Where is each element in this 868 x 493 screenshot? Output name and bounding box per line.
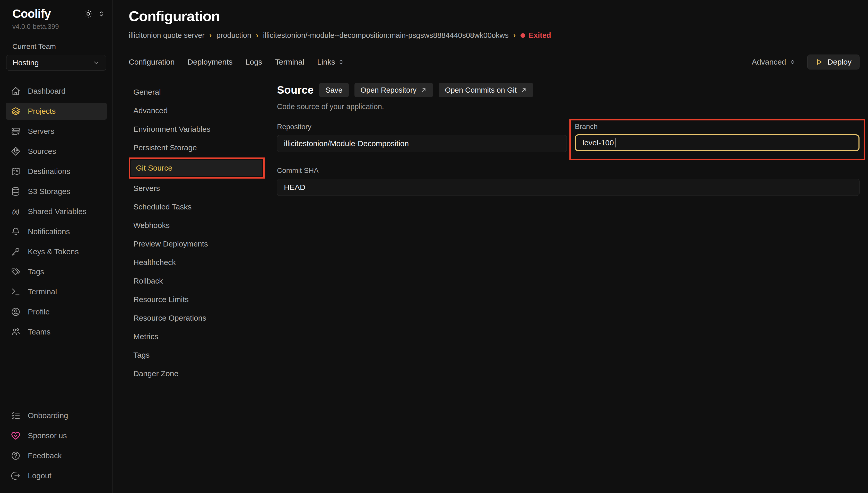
subnav-item-scheduled-tasks[interactable]: Scheduled Tasks (129, 198, 277, 216)
repository-input[interactable]: illicitestonion/Module-Decomposition (277, 135, 567, 152)
checklist-icon (11, 411, 21, 421)
tab-links[interactable]: Links (317, 58, 344, 66)
database-icon (11, 187, 21, 196)
external-link-icon (521, 87, 527, 93)
configuration-subnav: General Advanced Environment Variables P… (129, 83, 277, 383)
text-cursor (615, 138, 615, 147)
status-dot-icon (521, 33, 525, 38)
tabs: Configuration Deployments Logs Terminal … (129, 58, 344, 66)
subnav-item-tags[interactable]: Tags (129, 346, 277, 364)
sidebar-item-onboarding[interactable]: Onboarding (6, 407, 107, 424)
sidebar-item-s3-storages[interactable]: S3 Storages (6, 183, 107, 200)
tab-terminal[interactable]: Terminal (275, 58, 304, 66)
key-icon (11, 247, 21, 257)
breadcrumb-separator-icon: › (256, 31, 258, 40)
heart-icon (11, 431, 21, 441)
sidebar-item-logout[interactable]: Logout (6, 467, 107, 484)
open-commits-button[interactable]: Open Commits on Git (439, 83, 533, 97)
subnav-item-git-source[interactable]: Git Source (131, 160, 262, 176)
app-version: v4.0.0-beta.399 (12, 23, 107, 30)
open-repository-button[interactable]: Open Repository (355, 83, 433, 97)
commit-sha-label: Commit SHA (277, 167, 860, 175)
home-icon (11, 86, 21, 96)
breadcrumb-environment[interactable]: production (216, 31, 251, 40)
commit-sha-input[interactable]: HEAD (277, 179, 860, 196)
annotation-box-branch: Branch level-100 (569, 119, 865, 160)
sidebar-item-feedback[interactable]: Feedback (6, 447, 107, 464)
svg-text:(x): (x) (12, 209, 19, 215)
deploy-button[interactable]: Deploy (807, 55, 860, 69)
branch-label: Branch (575, 123, 860, 131)
breadcrumb-application[interactable]: illicitestonion/-module--decomposition:m… (263, 31, 509, 40)
sidebar-item-projects[interactable]: Projects (6, 103, 107, 120)
sidebar-item-notifications[interactable]: Notifications (6, 223, 107, 240)
sidebar-item-dashboard[interactable]: Dashboard (6, 83, 107, 100)
team-select-value: Hosting (13, 59, 39, 67)
sidebar-item-tags[interactable]: Tags (6, 263, 107, 280)
subnav-item-preview-deployments[interactable]: Preview Deployments (129, 235, 277, 253)
tags-icon (11, 267, 21, 277)
annotation-box-git-source: Git Source (129, 157, 264, 178)
sidebar-item-servers[interactable]: Servers (6, 123, 107, 140)
repository-field: Repository illicitestonion/Module-Decomp… (277, 123, 567, 160)
chevrons-up-down-icon (338, 59, 344, 65)
save-button[interactable]: Save (319, 83, 348, 97)
status-label: Exited (529, 31, 551, 40)
users-icon (11, 327, 21, 337)
section-description: Code source of your application. (277, 102, 860, 111)
external-link-icon (421, 87, 427, 93)
sidebar-item-profile[interactable]: Profile (6, 303, 107, 320)
logout-icon (11, 471, 21, 481)
theme-selector-chevrons-icon[interactable] (98, 10, 105, 18)
sidebar-footer-nav: Onboarding Sponsor us Feedback Logout (6, 407, 107, 484)
section-title: Source (277, 84, 314, 96)
breadcrumb-project[interactable]: illicitonion quote server (129, 31, 205, 40)
tabs-row: Configuration Deployments Logs Terminal … (129, 55, 860, 69)
team-select[interactable]: Hosting (6, 55, 106, 71)
page-title: Configuration (129, 8, 860, 24)
git-source-section: Source Save Open Repository Open Commits… (277, 83, 860, 196)
terminal-icon (11, 287, 21, 297)
subnav-item-environment-variables[interactable]: Environment Variables (129, 120, 277, 138)
sidebar: Coolify v4.0.0-beta.399 Current Team Hos… (0, 0, 113, 493)
subnav-item-healthcheck[interactable]: Healthcheck (129, 253, 277, 272)
tab-deployments[interactable]: Deployments (187, 58, 232, 66)
subnav-item-persistent-storage[interactable]: Persistent Storage (129, 138, 277, 157)
chevrons-up-down-icon (789, 59, 796, 65)
repository-label: Repository (277, 123, 567, 131)
map-icon (11, 167, 21, 176)
layers-icon (11, 106, 21, 116)
branch-input[interactable]: level-100 (575, 134, 860, 151)
play-icon (815, 58, 823, 66)
breadcrumb-separator-icon: › (209, 31, 212, 40)
breadcrumb: illicitonion quote server › production ›… (129, 31, 860, 40)
commit-sha-field: Commit SHA HEAD (277, 167, 860, 196)
subnav-item-servers[interactable]: Servers (129, 179, 277, 198)
advanced-dropdown[interactable]: Advanced (751, 58, 796, 66)
tab-logs[interactable]: Logs (246, 58, 262, 66)
subnav-item-danger-zone[interactable]: Danger Zone (129, 364, 277, 383)
user-circle-icon (11, 307, 21, 317)
subnav-item-webhooks[interactable]: Webhooks (129, 216, 277, 235)
subnav-item-rollback[interactable]: Rollback (129, 272, 277, 290)
logo-row: Coolify (6, 7, 107, 21)
sidebar-item-keys-tokens[interactable]: Keys & Tokens (6, 243, 107, 260)
status-badge: Exited (521, 31, 551, 40)
sidebar-item-destinations[interactable]: Destinations (6, 163, 107, 180)
subnav-item-metrics[interactable]: Metrics (129, 327, 277, 346)
sidebar-nav: Dashboard Projects Servers Sources Desti… (6, 83, 107, 340)
chevron-down-icon (93, 59, 100, 66)
subnav-item-resource-limits[interactable]: Resource Limits (129, 290, 277, 309)
main-content: Configuration illicitonion quote server … (113, 0, 868, 493)
subnav-item-resource-operations[interactable]: Resource Operations (129, 309, 277, 327)
sidebar-item-teams[interactable]: Teams (6, 323, 107, 340)
sidebar-item-terminal[interactable]: Terminal (6, 283, 107, 300)
help-circle-icon (11, 451, 21, 460)
sidebar-item-sponsor[interactable]: Sponsor us (6, 427, 107, 444)
theme-sun-icon[interactable] (84, 9, 93, 19)
sidebar-item-shared-variables[interactable]: (x) Shared Variables (6, 203, 107, 220)
subnav-item-advanced[interactable]: Advanced (129, 101, 277, 120)
tab-configuration[interactable]: Configuration (129, 58, 174, 66)
subnav-item-general[interactable]: General (129, 83, 277, 101)
sidebar-item-sources[interactable]: Sources (6, 143, 107, 160)
